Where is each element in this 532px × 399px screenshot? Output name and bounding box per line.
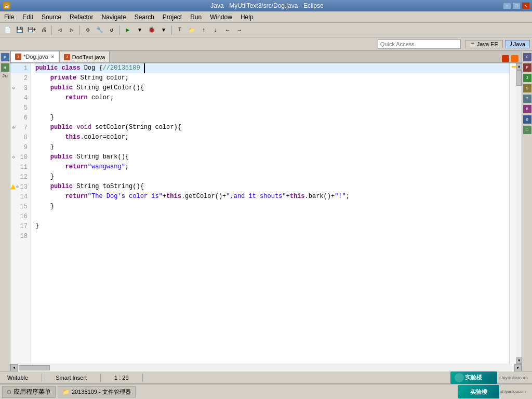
run-dropdown[interactable]: ▼ — [134, 24, 145, 36]
horizontal-scrollbar[interactable]: ◄ ► — [10, 364, 522, 371]
minimize-editor-button[interactable] — [502, 55, 509, 62]
code-line-18 — [35, 231, 509, 241]
code-line-14: return"The Dog's color is"+this.getColor… — [35, 192, 509, 202]
run-toolbar-group: ▶ ▼ 🐞 ▼ — [122, 24, 169, 36]
java-perspective-button[interactable]: J Java — [505, 40, 530, 48]
prev-edit-button[interactable]: ◁ — [54, 24, 65, 36]
file-manager-button[interactable]: 📁 20135109 - 文件管理器 — [58, 386, 136, 397]
menu-item-window[interactable]: Window — [206, 11, 236, 22]
debug-button[interactable]: 🐞 — [146, 24, 157, 36]
problems-icon[interactable]: P — [523, 63, 531, 72]
editor-area: J *Dog.java ✕ J DodText.java 1 — [10, 51, 522, 371]
scroll-down-button[interactable]: ▼ — [516, 357, 522, 364]
fold-marker-10[interactable]: ⊖ — [10, 152, 17, 162]
task-list-icon[interactable]: T — [523, 95, 531, 103]
brand-taskbar: 实验楼 shiyanloucom — [458, 385, 530, 398]
menu-item-search[interactable]: Search — [130, 11, 158, 22]
menu-item-file[interactable]: File — [0, 11, 18, 22]
fold-marker-7[interactable]: ⊖ — [10, 123, 17, 132]
back-button[interactable]: ← — [222, 24, 233, 36]
scroll-right-button[interactable]: ► — [514, 364, 522, 371]
code-line-16 — [35, 211, 509, 221]
warning-marker-13 — [10, 184, 16, 190]
refresh-button[interactable]: ↺ — [106, 24, 117, 36]
debug-dropdown[interactable]: ▼ — [158, 24, 169, 36]
prev-annot-button[interactable]: ↑ — [198, 24, 209, 36]
code-line-6: } — [35, 113, 509, 123]
vertical-scrollbar[interactable]: ▲ ▼ — [515, 63, 522, 364]
code-line-5 — [35, 103, 509, 113]
taskbar-brand-logo: 实验楼 — [458, 385, 499, 398]
code-editor[interactable]: 1 2 ⊖ 3 4 5 — [10, 63, 522, 364]
line-num-18: 18 — [10, 231, 31, 241]
next-edit-button[interactable]: ▷ — [66, 24, 77, 36]
save-all-button[interactable]: 💾+ — [26, 24, 37, 36]
window-controls: − □ × — [503, 2, 532, 9]
menu-item-edit[interactable]: Edit — [18, 11, 37, 22]
app-menu-button[interactable]: ⬡ 应用程序菜单 — [2, 386, 56, 398]
scroll-thumb[interactable] — [516, 70, 522, 86]
restore-button[interactable]: □ — [512, 2, 521, 9]
java-ee-label: Java EE — [477, 41, 498, 47]
line-num-13: ⊖ 13 — [10, 182, 31, 192]
clean-button[interactable]: 🔧 — [94, 24, 105, 36]
new-button[interactable]: 📄 — [2, 24, 14, 36]
print-button[interactable]: 🖨 — [38, 24, 49, 36]
maximize-editor-button[interactable] — [511, 55, 518, 62]
dog-java-close-button[interactable]: ✕ — [50, 54, 55, 60]
scroll-up-button[interactable]: ▲ — [516, 63, 522, 70]
line-num-10: ⊖ 10 — [10, 152, 31, 162]
javadoc-icon[interactable]: J — [523, 74, 531, 82]
line-num-9: 9 — [10, 142, 31, 152]
line-num-11: 11 — [10, 162, 31, 172]
menu-item-project[interactable]: Project — [158, 11, 186, 22]
package-explorer-icon[interactable]: P — [1, 53, 9, 61]
brand-logo: 实验楼 — [450, 371, 497, 384]
status-sep-3 — [142, 374, 143, 382]
menu-item-help[interactable]: Help — [236, 11, 258, 22]
code-line-8: this.color=color; — [35, 132, 509, 142]
code-content[interactable]: public class Dog {//20135109 private Str… — [31, 63, 509, 364]
code-line-2: private String color; — [35, 73, 509, 83]
build-button[interactable]: ⚙ — [82, 24, 94, 36]
contacts-icon[interactable]: @ — [523, 115, 531, 124]
minimize-button[interactable]: − — [503, 2, 511, 9]
quick-access-input[interactable] — [378, 39, 461, 49]
menu-item-run[interactable]: Run — [186, 11, 206, 22]
dog-java-tab[interactable]: J *Dog.java ✕ — [10, 51, 59, 62]
line-num-7: ⊖ 7 — [10, 123, 31, 132]
line-num-5: 5 — [10, 103, 31, 113]
next-annot-button[interactable]: ↓ — [210, 24, 221, 36]
perspective-buttons: ☕ Java EE J Java — [465, 40, 530, 48]
overview-ruler — [509, 63, 515, 364]
menu-item-source[interactable]: Source — [37, 11, 65, 22]
code-line-17: } — [35, 221, 509, 231]
scroll-left-button[interactable]: ◄ — [10, 364, 18, 371]
snippets-icon[interactable]: □ — [523, 126, 531, 134]
ju-label[interactable]: Ju — [2, 74, 8, 79]
bookmarks-icon[interactable]: B — [523, 105, 531, 113]
open-resource-button[interactable]: 📁 — [186, 24, 197, 36]
java-icon: J — [510, 41, 512, 47]
save-button[interactable]: 💾 — [14, 24, 25, 36]
open-type-button[interactable]: T — [174, 24, 185, 36]
code-line-4: return color; — [35, 93, 509, 103]
run-button[interactable]: ▶ — [122, 24, 134, 36]
console-icon[interactable]: C — [523, 53, 531, 61]
dodtext-java-tab[interactable]: J DodText.java — [59, 51, 110, 62]
close-button[interactable]: × — [522, 2, 530, 9]
menu-item-navigate[interactable]: Navigate — [97, 11, 130, 22]
line-num-8: 8 — [10, 132, 31, 142]
extra-toolbar-group: T 📁 ↑ ↓ ← → — [174, 24, 245, 36]
fold-marker-13[interactable]: ⊖ — [16, 184, 19, 189]
forward-button[interactable]: → — [234, 24, 245, 36]
hscroll-thumb[interactable] — [19, 365, 50, 370]
search-results-icon[interactable]: S — [523, 84, 531, 92]
code-line-3: public String getColor(){ — [35, 83, 509, 93]
line-num-12: 12 — [10, 172, 31, 182]
menu-item-refactor[interactable]: Refactor — [65, 11, 97, 22]
fold-marker-3[interactable]: ⊖ — [10, 83, 17, 93]
java-ee-perspective-button[interactable]: ☕ Java EE — [465, 40, 503, 48]
right-sidebar: C P J S T B @ □ — [522, 51, 532, 371]
hierarchy-icon[interactable]: H — [1, 63, 9, 72]
